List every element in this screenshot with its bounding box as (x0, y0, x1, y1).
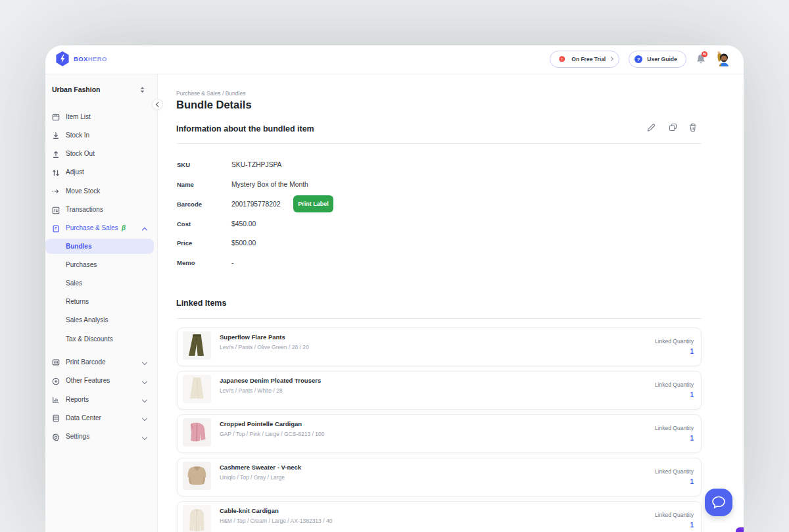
svg-text:!: ! (562, 57, 563, 61)
svg-text:?: ? (637, 56, 640, 62)
